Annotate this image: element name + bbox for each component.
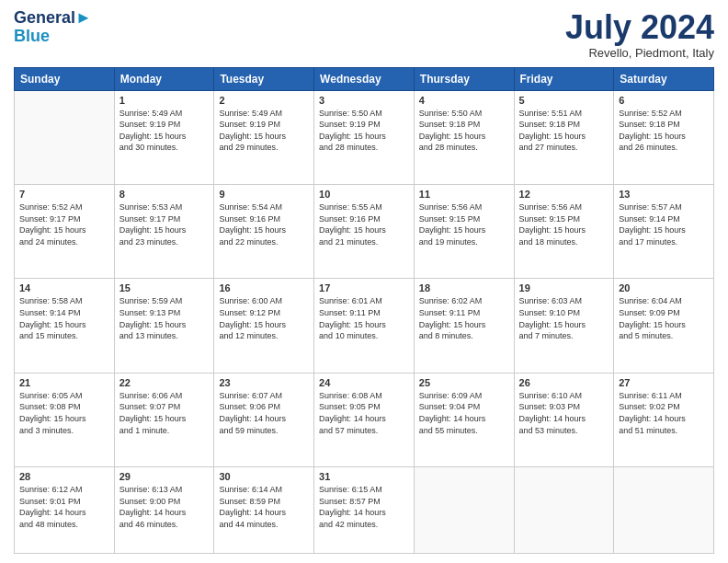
day-info: Sunrise: 5:50 AM Sunset: 9:18 PM Dayligh…	[419, 108, 509, 154]
day-number: 17	[319, 282, 409, 293]
logo: General►Blue	[14, 9, 92, 46]
day-cell	[15, 90, 115, 184]
week-row-0: 1Sunrise: 5:49 AM Sunset: 9:19 PM Daylig…	[15, 90, 714, 184]
day-cell: 11Sunrise: 5:56 AM Sunset: 9:15 PM Dayli…	[414, 185, 514, 279]
month-title: July 2024	[565, 9, 714, 46]
day-number: 25	[419, 377, 509, 388]
day-number: 26	[519, 377, 609, 388]
day-info: Sunrise: 5:56 AM Sunset: 9:15 PM Dayligh…	[419, 201, 509, 247]
day-number: 29	[119, 471, 210, 482]
day-number: 7	[19, 189, 109, 200]
week-row-4: 28Sunrise: 6:12 AM Sunset: 9:01 PM Dayli…	[15, 467, 714, 554]
day-info: Sunrise: 6:09 AM Sunset: 9:04 PM Dayligh…	[419, 390, 509, 436]
week-row-2: 14Sunrise: 5:58 AM Sunset: 9:14 PM Dayli…	[15, 279, 714, 373]
day-cell: 13Sunrise: 5:57 AM Sunset: 9:14 PM Dayli…	[614, 185, 714, 279]
page: General►Blue July 2024 Revello, Piedmont…	[0, 0, 728, 563]
day-number: 31	[319, 471, 409, 482]
weekday-header-wednesday: Wednesday	[314, 67, 415, 90]
location-subtitle: Revello, Piedmont, Italy	[565, 46, 714, 60]
day-cell: 2Sunrise: 5:49 AM Sunset: 9:19 PM Daylig…	[214, 90, 314, 184]
day-number: 11	[419, 189, 509, 200]
day-cell: 25Sunrise: 6:09 AM Sunset: 9:04 PM Dayli…	[414, 373, 514, 466]
header: General►Blue July 2024 Revello, Piedmont…	[14, 9, 714, 60]
day-cell: 7Sunrise: 5:52 AM Sunset: 9:17 PM Daylig…	[15, 185, 115, 279]
day-cell: 6Sunrise: 5:52 AM Sunset: 9:18 PM Daylig…	[614, 90, 714, 184]
weekday-header-saturday: Saturday	[614, 67, 714, 90]
day-number: 15	[119, 282, 210, 293]
weekday-header-friday: Friday	[514, 67, 614, 90]
day-number: 8	[119, 189, 210, 200]
day-number: 5	[519, 95, 609, 106]
day-cell: 27Sunrise: 6:11 AM Sunset: 9:02 PM Dayli…	[614, 373, 714, 466]
day-number: 6	[619, 95, 709, 106]
logo-text: General►Blue	[14, 9, 92, 46]
day-cell: 5Sunrise: 5:51 AM Sunset: 9:18 PM Daylig…	[514, 90, 614, 184]
day-cell: 19Sunrise: 6:03 AM Sunset: 9:10 PM Dayli…	[514, 279, 614, 373]
day-number: 28	[19, 471, 109, 482]
day-number: 12	[519, 189, 609, 200]
day-cell: 30Sunrise: 6:14 AM Sunset: 8:59 PM Dayli…	[214, 467, 314, 554]
calendar-table: SundayMondayTuesdayWednesdayThursdayFrid…	[14, 67, 714, 554]
day-number: 14	[19, 282, 109, 293]
day-info: Sunrise: 6:08 AM Sunset: 9:05 PM Dayligh…	[319, 390, 409, 436]
day-info: Sunrise: 6:13 AM Sunset: 9:00 PM Dayligh…	[119, 484, 210, 530]
day-cell: 20Sunrise: 6:04 AM Sunset: 9:09 PM Dayli…	[614, 279, 714, 373]
day-info: Sunrise: 5:50 AM Sunset: 9:19 PM Dayligh…	[319, 108, 409, 154]
day-cell: 28Sunrise: 6:12 AM Sunset: 9:01 PM Dayli…	[15, 467, 115, 554]
day-info: Sunrise: 6:04 AM Sunset: 9:09 PM Dayligh…	[619, 295, 709, 341]
day-number: 1	[119, 95, 210, 106]
day-cell: 17Sunrise: 6:01 AM Sunset: 9:11 PM Dayli…	[314, 279, 415, 373]
day-cell: 16Sunrise: 6:00 AM Sunset: 9:12 PM Dayli…	[214, 279, 314, 373]
day-info: Sunrise: 6:05 AM Sunset: 9:08 PM Dayligh…	[19, 390, 109, 436]
day-cell: 22Sunrise: 6:06 AM Sunset: 9:07 PM Dayli…	[114, 373, 214, 466]
weekday-header-row: SundayMondayTuesdayWednesdayThursdayFrid…	[15, 67, 714, 90]
day-number: 23	[219, 377, 309, 388]
day-cell: 9Sunrise: 5:54 AM Sunset: 9:16 PM Daylig…	[214, 185, 314, 279]
day-number: 27	[619, 377, 709, 388]
day-cell: 4Sunrise: 5:50 AM Sunset: 9:18 PM Daylig…	[414, 90, 514, 184]
day-number: 9	[219, 189, 309, 200]
day-number: 18	[419, 282, 509, 293]
day-cell: 26Sunrise: 6:10 AM Sunset: 9:03 PM Dayli…	[514, 373, 614, 466]
day-info: Sunrise: 6:00 AM Sunset: 9:12 PM Dayligh…	[219, 295, 309, 341]
day-number: 21	[19, 377, 109, 388]
day-number: 30	[219, 471, 309, 482]
logo-blue-text: ►	[75, 8, 92, 27]
day-info: Sunrise: 6:01 AM Sunset: 9:11 PM Dayligh…	[319, 295, 409, 341]
day-number: 20	[619, 282, 709, 293]
day-number: 13	[619, 189, 709, 200]
day-cell	[414, 467, 514, 554]
day-cell: 3Sunrise: 5:50 AM Sunset: 9:19 PM Daylig…	[314, 90, 415, 184]
day-number: 24	[319, 377, 409, 388]
day-number: 2	[219, 95, 309, 106]
day-info: Sunrise: 6:06 AM Sunset: 9:07 PM Dayligh…	[119, 390, 210, 436]
day-info: Sunrise: 5:57 AM Sunset: 9:14 PM Dayligh…	[619, 201, 709, 247]
day-cell: 23Sunrise: 6:07 AM Sunset: 9:06 PM Dayli…	[214, 373, 314, 466]
day-info: Sunrise: 6:03 AM Sunset: 9:10 PM Dayligh…	[519, 295, 609, 341]
day-info: Sunrise: 5:56 AM Sunset: 9:15 PM Dayligh…	[519, 201, 609, 247]
day-info: Sunrise: 5:54 AM Sunset: 9:16 PM Dayligh…	[219, 201, 309, 247]
day-info: Sunrise: 5:49 AM Sunset: 9:19 PM Dayligh…	[119, 108, 210, 154]
day-cell	[614, 467, 714, 554]
day-number: 16	[219, 282, 309, 293]
day-number: 4	[419, 95, 509, 106]
day-info: Sunrise: 5:52 AM Sunset: 9:17 PM Dayligh…	[19, 201, 109, 247]
weekday-header-sunday: Sunday	[15, 67, 115, 90]
day-info: Sunrise: 6:07 AM Sunset: 9:06 PM Dayligh…	[219, 390, 309, 436]
day-info: Sunrise: 5:49 AM Sunset: 9:19 PM Dayligh…	[219, 108, 309, 154]
day-cell: 29Sunrise: 6:13 AM Sunset: 9:00 PM Dayli…	[114, 467, 214, 554]
logo-blue-word: Blue	[14, 27, 50, 45]
day-cell: 15Sunrise: 5:59 AM Sunset: 9:13 PM Dayli…	[114, 279, 214, 373]
day-info: Sunrise: 5:51 AM Sunset: 9:18 PM Dayligh…	[519, 108, 609, 154]
day-number: 10	[319, 189, 409, 200]
day-cell: 14Sunrise: 5:58 AM Sunset: 9:14 PM Dayli…	[15, 279, 115, 373]
day-info: Sunrise: 6:15 AM Sunset: 8:57 PM Dayligh…	[319, 484, 409, 530]
day-info: Sunrise: 6:02 AM Sunset: 9:11 PM Dayligh…	[419, 295, 509, 341]
day-cell: 24Sunrise: 6:08 AM Sunset: 9:05 PM Dayli…	[314, 373, 415, 466]
title-section: July 2024 Revello, Piedmont, Italy	[565, 9, 714, 60]
weekday-header-monday: Monday	[114, 67, 214, 90]
day-number: 22	[119, 377, 210, 388]
day-info: Sunrise: 5:52 AM Sunset: 9:18 PM Dayligh…	[619, 108, 709, 154]
day-number: 3	[319, 95, 409, 106]
day-cell: 1Sunrise: 5:49 AM Sunset: 9:19 PM Daylig…	[114, 90, 214, 184]
